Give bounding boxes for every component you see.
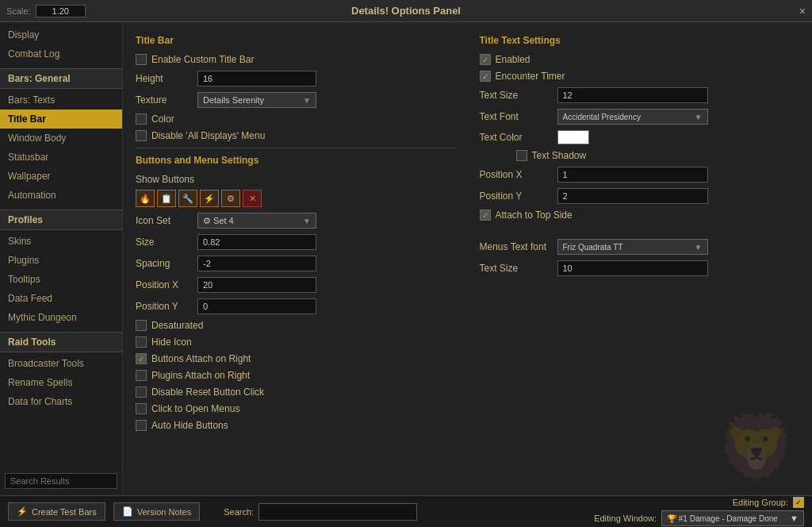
version-notes-label: Version Notes xyxy=(137,507,191,517)
bottom-search-input[interactable] xyxy=(259,503,417,521)
texture-dropdown[interactable]: Details Serenity ▼ xyxy=(197,92,316,108)
icon-btn-5[interactable]: ⚙ xyxy=(221,190,240,207)
height-label: Height xyxy=(136,73,191,84)
scale-bar: Scale: 1.20 xyxy=(0,0,92,22)
buttons-attach-right-checkbox[interactable] xyxy=(136,353,147,364)
close-button[interactable]: × xyxy=(799,5,806,17)
sidebar-item-rename-spells[interactable]: Rename Spells xyxy=(0,373,122,392)
plugins-attach-right-checkbox[interactable] xyxy=(136,370,147,381)
sidebar-item-automation[interactable]: Automation xyxy=(0,186,122,205)
sidebar-item-bars-texts[interactable]: Bars: Texts xyxy=(0,90,122,110)
sidebar-item-tooltips[interactable]: Tooltips xyxy=(0,270,122,289)
sidebar-search-input[interactable] xyxy=(5,473,117,489)
window-title-bar: Scale: 1.20 Details! Options Panel × xyxy=(0,0,812,22)
text-font-dropdown[interactable]: Accidental Presidency ▼ xyxy=(557,109,708,125)
encounter-timer-checkbox[interactable] xyxy=(480,71,491,82)
text-shadow-checkbox[interactable] xyxy=(516,150,527,161)
icon-btn-2[interactable]: 📋 xyxy=(157,190,176,207)
texture-dropdown-arrow: ▼ xyxy=(303,96,311,105)
disable-all-displays-row: Disable 'All Displays' Menu xyxy=(136,130,456,141)
sidebar-item-data-feed[interactable]: Data Feed xyxy=(0,289,122,308)
desaturated-checkbox[interactable] xyxy=(136,320,147,331)
sidebar-item-wallpaper[interactable]: Wallpaper xyxy=(0,167,122,186)
spacing-input[interactable] xyxy=(197,256,316,271)
enable-custom-title-bar-row: Enable Custom Title Bar xyxy=(136,54,456,65)
left-panel: Title Bar Enable Custom Title Bar Height… xyxy=(136,32,456,486)
sidebar-item-mythic-dungeon[interactable]: Mythic Dungeon xyxy=(0,308,122,327)
divider-1 xyxy=(136,148,456,148)
icon-btn-4[interactable]: ⚡ xyxy=(200,190,219,207)
hide-icon-checkbox[interactable] xyxy=(136,337,147,348)
right-position-y-input[interactable] xyxy=(557,188,708,204)
menus-font-dropdown[interactable]: Friz Quadrata TT ▼ xyxy=(557,239,708,255)
enabled-checkbox[interactable] xyxy=(480,54,491,65)
show-buttons-row: 🔥 📋 🔧 ⚡ ⚙ ✕ xyxy=(136,190,456,207)
enabled-label: Enabled xyxy=(496,54,530,65)
create-test-bars-button[interactable]: ⚡ Create Test Bars xyxy=(8,502,105,521)
sidebar-item-combat-log[interactable]: Combat Log xyxy=(0,44,122,63)
text-font-row: Text Font Accidental Presidency ▼ xyxy=(480,109,800,125)
editing-window-dropdown[interactable]: 🏆 #1 Damage - Damage Done ▼ xyxy=(661,510,804,526)
attach-top-checkbox[interactable] xyxy=(480,210,491,221)
text-font-value: Accidental Presidency xyxy=(563,113,641,121)
icon-btn-6[interactable]: ✕ xyxy=(243,190,262,207)
text-size-input[interactable] xyxy=(557,87,708,103)
sidebar-item-data-for-charts[interactable]: Data for Charts xyxy=(0,392,122,411)
disable-reset-checkbox[interactable] xyxy=(136,387,147,398)
position-x-input[interactable] xyxy=(197,277,316,293)
version-notes-button[interactable]: 📄 Version Notes xyxy=(113,502,200,521)
icon-btn-1[interactable]: 🔥 xyxy=(136,190,155,207)
content-area: Title Bar Enable Custom Title Bar Height… xyxy=(123,22,812,495)
click-open-menus-row: Click to Open Menus xyxy=(136,403,456,414)
encounter-timer-row: Encounter Timer xyxy=(480,71,800,82)
sidebar-item-raid-tools[interactable]: Raid Tools xyxy=(0,332,122,352)
texture-row: Texture Details Serenity ▼ xyxy=(136,92,456,108)
icon-set-dropdown[interactable]: ⚙ Set 4 ▼ xyxy=(197,213,316,229)
auto-hide-checkbox[interactable] xyxy=(136,420,147,431)
attach-top-label: Attach to Top Side xyxy=(496,210,573,221)
spacing-label: Spacing xyxy=(136,258,191,269)
text-shadow-row: Text Shadow xyxy=(480,150,800,161)
plugins-attach-right-row: Plugins Attach on Right xyxy=(136,370,456,381)
editing-window-row: Editing Window: 🏆 #1 Damage - Damage Don… xyxy=(594,510,804,526)
text-font-label: Text Font xyxy=(480,111,551,122)
bottom-search-area: Search: xyxy=(224,503,417,521)
sidebar-item-plugins[interactable]: Plugins xyxy=(0,251,122,270)
plugins-attach-right-label: Plugins Attach on Right xyxy=(151,370,250,381)
sidebar-item-display[interactable]: Display xyxy=(0,25,122,44)
spacing-row: Spacing xyxy=(136,256,456,271)
desaturated-label: Desaturated xyxy=(151,320,203,331)
position-y-input[interactable] xyxy=(197,298,316,314)
create-test-bars-icon: ⚡ xyxy=(17,506,28,517)
sidebar-item-title-bar[interactable]: Title Bar xyxy=(0,110,122,129)
enable-custom-title-bar-checkbox[interactable] xyxy=(136,54,147,65)
editing-group-checkbox[interactable] xyxy=(793,497,804,508)
click-open-menus-checkbox[interactable] xyxy=(136,403,147,414)
icon-btn-3[interactable]: 🔧 xyxy=(178,190,197,207)
size-input[interactable] xyxy=(197,234,316,250)
sidebar-item-profiles[interactable]: Profiles xyxy=(0,210,122,230)
height-input[interactable] xyxy=(197,71,316,87)
sidebar-item-bars-general[interactable]: Bars: General xyxy=(0,68,122,89)
menus-font-value: Friz Quadrata TT xyxy=(563,243,623,252)
color-checkbox[interactable] xyxy=(136,113,147,125)
color-label: Color xyxy=(151,113,174,125)
sidebar-item-broadcaster-tools[interactable]: Broadcaster Tools xyxy=(0,354,122,373)
menus-text-size-input[interactable] xyxy=(557,260,708,276)
text-color-swatch[interactable] xyxy=(557,130,589,144)
encounter-timer-label: Encounter Timer xyxy=(496,71,565,82)
main-layout: Display Combat Log Bars: General Bars: T… xyxy=(0,22,812,495)
click-open-menus-label: Click to Open Menus xyxy=(151,403,239,414)
position-x-label: Position X xyxy=(136,279,191,290)
buttons-section-header: Buttons and Menu Settings xyxy=(136,155,456,166)
sidebar-item-window-body[interactable]: Window Body xyxy=(0,129,122,148)
sidebar-item-skins[interactable]: Skins xyxy=(0,232,122,251)
icon-set-value: ⚙ Set 4 xyxy=(203,216,234,226)
right-position-x-input[interactable] xyxy=(557,167,708,183)
sidebar-item-statusbar[interactable]: Statusbar xyxy=(0,148,122,167)
right-position-y-label: Position Y xyxy=(480,190,551,202)
show-buttons-label: Show Buttons xyxy=(136,174,456,185)
hide-icon-row: Hide Icon xyxy=(136,337,456,348)
disable-all-displays-checkbox[interactable] xyxy=(136,130,147,141)
search-label: Search: xyxy=(224,507,254,517)
